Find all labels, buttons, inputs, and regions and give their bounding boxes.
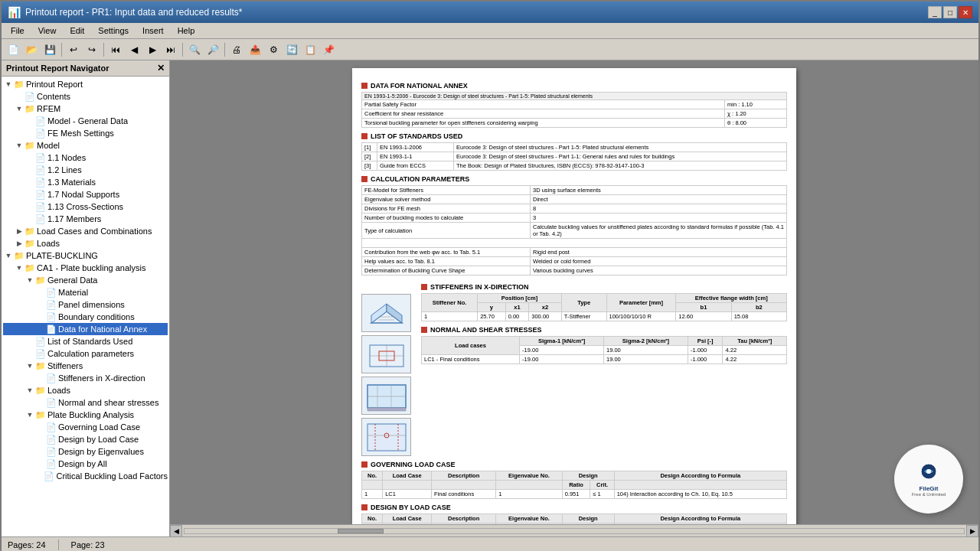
nav-item-boundary-conditions[interactable]: 📄Boundary conditions bbox=[3, 311, 168, 323]
tree-toggle[interactable]: ▼ bbox=[3, 79, 14, 90]
folder-icon: 📁 bbox=[24, 140, 35, 151]
svg-point-18 bbox=[926, 469, 931, 474]
nav-item-ca1[interactable]: ▼📁CA1 - Plate buckling analysis bbox=[3, 262, 168, 274]
menu-settings[interactable]: Settings bbox=[92, 24, 135, 37]
scroll-right-button[interactable]: ▶ bbox=[966, 525, 978, 537]
tb-nav-prev[interactable]: ◀ bbox=[126, 41, 142, 58]
tb-export[interactable]: 📤 bbox=[247, 41, 263, 58]
tb-nav-last[interactable]: ⏭ bbox=[162, 41, 179, 58]
folder-icon: 📁 bbox=[24, 103, 35, 114]
model-thumb-2 bbox=[361, 335, 411, 373]
menu-file[interactable]: File bbox=[5, 24, 31, 37]
maximize-button[interactable]: □ bbox=[943, 6, 957, 18]
tree-item-label: Calculation parameters bbox=[47, 349, 134, 358]
doc-icon: 📄 bbox=[46, 299, 57, 310]
folder-icon: 📁 bbox=[14, 79, 24, 90]
tree-toggle[interactable]: ▼ bbox=[24, 360, 35, 371]
scroll-thumb[interactable] bbox=[338, 529, 384, 533]
tb-refresh[interactable]: 🔄 bbox=[283, 41, 300, 58]
tb-nav-first[interactable]: ⏮ bbox=[107, 41, 124, 58]
doc-icon: 📄 bbox=[35, 152, 46, 163]
tree-toggle[interactable]: ▶ bbox=[14, 238, 24, 249]
nav-item-stiffeners[interactable]: ▼📁Stiffeners bbox=[3, 360, 168, 372]
minimize-button[interactable]: _ bbox=[928, 6, 942, 18]
nav-item-governing-load-case[interactable]: 📄Governing Load Case bbox=[3, 421, 168, 433]
nav-item-materials-13[interactable]: 📄1.3 Materials bbox=[3, 176, 168, 188]
nav-item-lines-12[interactable]: 📄1.2 Lines bbox=[3, 164, 168, 176]
tb-zoom-in[interactable]: 🔍 bbox=[186, 41, 203, 58]
folder-icon: 📁 bbox=[35, 275, 46, 285]
nav-item-cross-sections-113[interactable]: 📄1.13 Cross-Sections bbox=[3, 201, 168, 213]
scroll-left-button[interactable]: ◀ bbox=[170, 525, 182, 537]
tree-toggle[interactable]: ▼ bbox=[24, 385, 35, 396]
doc-icon: 📄 bbox=[46, 458, 57, 469]
menu-edit[interactable]: Edit bbox=[64, 24, 90, 37]
nav-item-rfem[interactable]: ▼📁RFEM bbox=[3, 103, 168, 115]
tree-toggle[interactable]: ▶ bbox=[14, 226, 24, 236]
nav-item-design-by-load-case[interactable]: 📄Design by Load Case bbox=[3, 433, 168, 445]
nav-item-panel-dimensions[interactable]: 📄Panel dimensions bbox=[3, 298, 168, 311]
scroll-track[interactable] bbox=[184, 528, 965, 534]
table-header-row: Stiffener No. Position [cm] Type Paramet… bbox=[422, 294, 787, 303]
nav-item-normal-shear-stresses[interactable]: 📄Normal and shear stresses bbox=[3, 396, 168, 409]
standards-table: [1] EN 1993-1-2006 Eurocode 3: Design of… bbox=[361, 142, 787, 171]
menu-insert[interactable]: Insert bbox=[136, 24, 170, 37]
nav-item-loads-node[interactable]: ▼📁Loads bbox=[3, 384, 168, 396]
tb-zoom-out[interactable]: 🔎 bbox=[204, 41, 221, 58]
nav-item-nodal-supports-17[interactable]: 📄1.7 Nodal Supports bbox=[3, 188, 168, 201]
tb-nav-next[interactable]: ▶ bbox=[144, 41, 161, 58]
table-row: 1 LC1 Final conditions 1 0.951 ≤ 1 104) … bbox=[362, 490, 787, 499]
close-button[interactable]: ✕ bbox=[959, 6, 972, 18]
nav-item-calculation-parameters[interactable]: 📄Calculation parameters bbox=[3, 347, 168, 360]
tb-copy[interactable]: 📋 bbox=[302, 41, 318, 58]
nav-item-general-data[interactable]: ▼📁General Data bbox=[3, 274, 168, 286]
nav-item-list-standards-used[interactable]: 📄List of Standards Used bbox=[3, 335, 168, 347]
nav-item-loads[interactable]: ▶📁Loads bbox=[3, 237, 168, 249]
tree-spacer bbox=[24, 201, 35, 212]
nav-item-critical-buckling[interactable]: 📄Critical Buckling Load Factors bbox=[3, 470, 168, 482]
nav-item-contents[interactable]: 📄Contents bbox=[3, 90, 168, 103]
main-window: 📊 Printout report - PR1: Input data and … bbox=[0, 0, 980, 551]
tb-redo[interactable]: ↪ bbox=[83, 41, 100, 58]
tree-item-label: Boundary conditions bbox=[58, 312, 135, 321]
nav-item-load-cases[interactable]: ▶📁Load Cases and Combinations bbox=[3, 225, 168, 237]
navigator-close-button[interactable]: ✕ bbox=[157, 63, 165, 73]
tree-toggle[interactable]: ▼ bbox=[14, 140, 24, 151]
tb-undo[interactable]: ↩ bbox=[65, 41, 82, 58]
tree-item-label: Design by All bbox=[58, 459, 107, 468]
nav-item-model[interactable]: ▼📁Model bbox=[3, 139, 168, 152]
nav-item-model-general-data[interactable]: 📄Model - General Data bbox=[3, 115, 168, 127]
doc-icon: 📄 bbox=[46, 324, 57, 334]
tb-print[interactable]: 🖨 bbox=[228, 41, 245, 58]
tree-spacer bbox=[24, 348, 35, 359]
nav-item-design-by-all[interactable]: 📄Design by All bbox=[3, 458, 168, 470]
menu-help[interactable]: Help bbox=[172, 24, 201, 37]
tb-new[interactable]: 📄 bbox=[5, 41, 21, 58]
document-container[interactable]: DATA FOR NATIONAL ANNEX EN 1993-1-5:2006… bbox=[170, 60, 978, 524]
nav-item-nodes-11[interactable]: 📄1.1 Nodes bbox=[3, 152, 168, 164]
horizontal-scrollbar[interactable]: ◀ ▶ bbox=[170, 524, 978, 536]
tree-toggle[interactable]: ▼ bbox=[24, 409, 35, 420]
tb-settings[interactable]: ⚙ bbox=[265, 41, 282, 58]
nav-item-fe-mesh-settings[interactable]: 📄FE Mesh Settings bbox=[3, 127, 168, 139]
nav-item-members-117[interactable]: 📄1.17 Members bbox=[3, 213, 168, 225]
tb-save[interactable]: 💾 bbox=[41, 41, 58, 58]
tb-paste[interactable]: 📌 bbox=[320, 41, 337, 58]
nav-item-printout-report[interactable]: ▼📁Printout Report bbox=[3, 78, 168, 90]
navigator-tree[interactable]: ▼📁Printout Report📄Contents▼📁RFEM📄Model -… bbox=[2, 77, 169, 536]
nav-item-plate-buckling-analysis[interactable]: ▼📁Plate Buckling Analysis bbox=[3, 409, 168, 421]
tb-open[interactable]: 📂 bbox=[23, 41, 40, 58]
tree-toggle[interactable]: ▼ bbox=[3, 250, 14, 261]
nav-item-data-national-annex[interactable]: 📄Data for National Annex bbox=[3, 323, 168, 335]
tree-item-label: Panel dimensions bbox=[58, 300, 125, 309]
nav-item-plate-buckling[interactable]: ▼📁PLATE-BUCKLING bbox=[3, 249, 168, 262]
section-title-stiffeners-x: STIFFENERS IN X-DIRECTION bbox=[430, 283, 529, 291]
nav-item-design-by-eigenvalues[interactable]: 📄Design by Eigenvalues bbox=[3, 445, 168, 458]
menu-view[interactable]: View bbox=[32, 24, 63, 37]
doc-icon: 📄 bbox=[46, 422, 57, 432]
tree-toggle[interactable]: ▼ bbox=[24, 275, 35, 285]
nav-item-material[interactable]: 📄Material bbox=[3, 286, 168, 298]
nav-item-stiffeners-x[interactable]: 📄Stiffeners in X-direction bbox=[3, 372, 168, 384]
tree-toggle[interactable]: ▼ bbox=[14, 262, 24, 273]
tree-toggle[interactable]: ▼ bbox=[14, 103, 24, 114]
